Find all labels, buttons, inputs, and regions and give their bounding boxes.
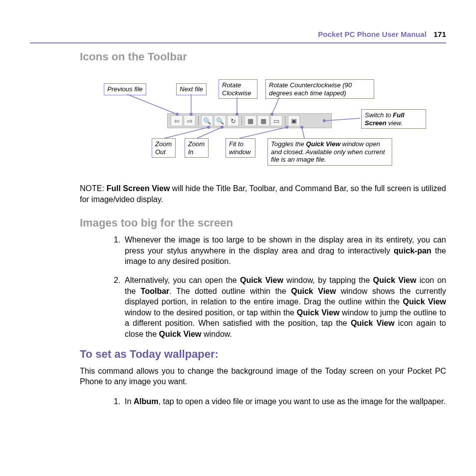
svg-line-12 (197, 127, 222, 138)
fit-to-window-icon[interactable]: ▦ (257, 115, 269, 126)
section-icons-toolbar: Icons on the Toolbar (80, 50, 446, 63)
list-number: 2. (114, 275, 120, 286)
section-today-wallpaper: To set as Today wallpaper: (80, 348, 446, 361)
bold-quick-view: Quick View (240, 276, 283, 284)
svg-line-6 (272, 97, 279, 114)
bold-quick-view: Quick View (403, 297, 446, 306)
bold-quick-view: Quick View (373, 276, 417, 284)
toolbar: ⇦ ⇨ 🔍 🔍 ↻ ▦ ▦ ▭ ▣ (167, 113, 332, 128)
callout-rotate-clockwise: Rotate Clockwise (219, 79, 257, 99)
zoom-out-icon[interactable]: 🔍 (201, 115, 213, 126)
callout-full-screen: Switch to Full Screen view. (361, 109, 426, 129)
callout-previous-file: Previous file (104, 83, 146, 95)
full-screen-icon[interactable]: ▣ (288, 115, 300, 126)
toolbar-diagram: Previous file Next file Rotate Clockwise… (80, 68, 449, 178)
callout-fit-to-window: Fit to window (226, 138, 255, 158)
quick-view-icon[interactable]: ▭ (270, 115, 282, 126)
list-number: 1. (114, 396, 120, 407)
bold-quick-view: Quick View (159, 330, 201, 338)
svg-line-10 (165, 127, 209, 138)
bold-quick-view: Quick View (297, 308, 340, 317)
svg-line-14 (239, 127, 287, 138)
bold-full-screen-view: Full Screen View (106, 184, 170, 193)
callout-zoom-in: Zoom In (185, 138, 209, 158)
next-file-icon[interactable]: ⇨ (184, 115, 196, 126)
bold-quick-view: Quick View (291, 287, 336, 295)
section-images-too-big: Images too big for the screen (80, 217, 446, 230)
zoom-in-icon[interactable]: 🔍 (214, 115, 226, 126)
wallpaper-intro: This command allows you to change the ba… (80, 366, 446, 387)
bold-toolbar: Toolbar (141, 287, 169, 295)
previous-file-icon[interactable]: ⇦ (171, 115, 183, 126)
separator-icon (198, 116, 199, 126)
page-header: Pocket PC Phone User Manual 171 (30, 30, 446, 43)
svg-line-16 (302, 127, 304, 138)
page-content: Icons on the Toolbar Previous file Next … (30, 50, 446, 407)
bold-quick-pan: quick-pan (394, 246, 432, 255)
callout-zoom-out: Zoom Out (152, 138, 176, 158)
rotate-clockwise-icon[interactable]: ↻ (227, 115, 239, 126)
manual-title: Pocket PC Phone User Manual (318, 30, 427, 38)
bold-quick-view: Quick View (306, 140, 340, 148)
bold-album: Album (134, 397, 159, 406)
list-number: 1. (114, 235, 120, 245)
note-full-screen: NOTE: Full Screen View will hide the Tit… (80, 183, 446, 205)
list-item: 1. In Album, tap to open a video file or… (114, 396, 446, 407)
list-item: 1. Whenever the image is too large to be… (114, 235, 446, 267)
callout-quick-view: Toggles the Quick View window open and c… (267, 138, 392, 166)
list-item: 2. Alternatively, you can open the Quick… (114, 275, 446, 340)
rotate-counterclockwise-icon[interactable]: ▦ (244, 115, 256, 126)
manual-page: Pocket PC Phone User Manual 171 Icons on… (0, 0, 476, 445)
svg-line-0 (127, 94, 177, 114)
page-number: 171 (434, 30, 446, 38)
separator-icon (285, 116, 285, 126)
separator-icon (241, 116, 242, 126)
callout-rotate-counterclockwise: Rotate Counterclockwise (90 degrees each… (265, 79, 374, 99)
bold-quick-view: Quick View (351, 319, 395, 327)
callout-next-file: Next file (176, 83, 207, 95)
